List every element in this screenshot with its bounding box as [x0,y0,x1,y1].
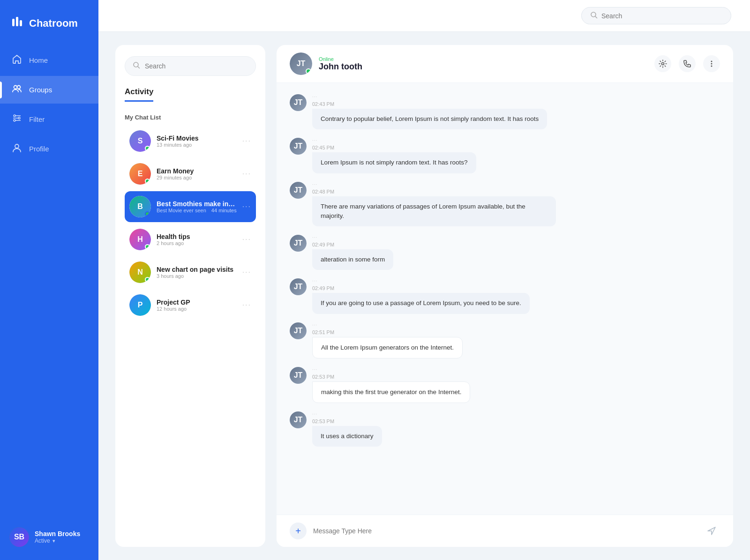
contact-status: Online [319,56,648,62]
svg-point-5 [14,115,15,117]
profile-icon [11,142,22,155]
sidebar-user-section[interactable]: SB Shawn Brooks Active ▾ [0,518,98,560]
message-group: JT ··· 02:51 PM All the Lorem Ipsum gene… [290,322,720,358]
sidebar-user-status: Active ▾ [35,538,80,544]
msg-dots: ··· [312,94,547,99]
chat-item-time: 13 minutes ago [157,142,237,148]
chat-contact-avatar: JT [290,52,312,75]
message-content: ··· 02:45 PM Lorem Ipsum is not simply r… [312,138,476,173]
chat-item-info-earnmoney: Earn Money 29 minutes ago [157,167,237,180]
msg-bubble: It uses a dictionary [312,426,382,447]
msg-avatar: JT [290,182,307,199]
online-indicator [145,179,150,184]
chat-item-name: Health tips [157,233,237,240]
msg-avatar: JT [290,411,307,428]
chat-item-bestsmothies[interactable]: B Best Smothies make in 10 mint Best Mov… [125,191,256,222]
chat-search-input[interactable] [145,62,248,70]
more-options-icon[interactable]: ··· [242,170,251,178]
msg-time: 02:53 PM [312,374,470,380]
chat-item-scifi[interactable]: S Sci-Fi Movies 13 minutes ago ··· [125,126,256,157]
more-options-icon[interactable]: ··· [242,268,251,276]
msg-avatar: JT [290,235,307,252]
sidebar-nav: Home Groups [0,46,98,518]
chat-item-healthtips[interactable]: H Health tips 2 hours ago ··· [125,224,256,255]
message-input[interactable] [313,527,697,535]
settings-button[interactable] [654,55,671,72]
chat-avatar-bestsmothies: B [129,196,151,217]
more-options-icon[interactable]: ··· [242,137,251,145]
sidebar-item-filter[interactable]: Filter [0,105,98,133]
svg-point-16 [662,63,664,65]
msg-time: 02:43 PM [312,101,547,107]
chat-search-box[interactable] [125,56,256,76]
phone-button[interactable] [679,55,696,72]
message-group: JT ··· 02:45 PM Lorem Ipsum is not simpl… [290,138,720,173]
send-button[interactable] [703,523,720,539]
sidebar-logo: Chatroom [0,0,98,46]
chat-search-icon [133,61,140,71]
chat-item-time: 29 minutes ago [157,175,237,180]
msg-avatar: JT [290,138,307,155]
chat-avatar-scifi: S [129,130,151,152]
sidebar-item-profile[interactable]: Profile [0,135,98,163]
message-content: ··· 02:53 PM making this the first true … [312,367,470,403]
chat-item-time: 3 hours ago [157,273,237,279]
chat-item-earnmoney[interactable]: E Earn Money 29 minutes ago ··· [125,158,256,189]
msg-bubble: alteration in some form [312,249,393,270]
sidebar-user-name: Shawn Brooks [35,530,80,538]
chat-item-info-projectgp: Project GP 12 hours ago [157,299,237,312]
chat-item-projectgp[interactable]: P Project GP 12 hours ago ··· [125,290,256,321]
chat-item-time: 44 minutes [211,208,237,213]
more-options-icon[interactable]: ··· [242,202,251,211]
chat-item-name: Project GP [157,299,237,306]
msg-bubble: Contrary to popular belief, Lorem Ipsum … [312,109,547,129]
more-options-button[interactable] [703,55,720,72]
activity-title: Activity [125,87,153,102]
message-group: JT ··· 02:49 PM alteration in some form [290,235,720,270]
sidebar-item-home[interactable]: Home [0,46,98,74]
msg-dots: ··· [312,367,470,372]
chat-header: JT Online John tooth [277,45,733,83]
message-content: ··· 02:49 PM alteration in some form [312,235,393,270]
message-content: ··· 02:49 PM If you are going to use a p… [312,278,530,314]
msg-dots: ··· [312,411,382,417]
contact-online-dot [306,68,311,74]
online-indicator [145,146,150,151]
logo-icon [11,15,24,31]
msg-bubble: There are many variations of passages of… [312,196,556,227]
svg-line-13 [595,16,597,18]
svg-point-19 [711,66,712,67]
msg-dots: ··· [312,322,463,328]
chat-messages-area: JT ··· 02:43 PM Contrary to popular beli… [277,83,733,515]
msg-bubble: All the Lorem Ipsum generators on the In… [312,337,463,358]
header-search-input[interactable] [601,12,722,20]
chat-item-info-healthtips: Health tips 2 hours ago [157,233,237,246]
sidebar-item-groups[interactable]: Groups [0,76,98,104]
message-group: JT ··· 02:48 PM There are many variation… [290,182,720,227]
more-options-icon[interactable]: ··· [242,235,251,244]
header-search-box[interactable] [581,7,731,24]
chat-item-time: 12 hours ago [157,306,237,312]
sidebar: Chatroom Home Groups [0,0,98,560]
msg-time: 02:49 PM [312,242,393,247]
top-header [98,0,750,32]
svg-line-15 [138,67,140,68]
message-content: ··· 02:43 PM Contrary to popular belief,… [312,94,547,129]
groups-icon [11,83,22,96]
panels-area: Activity My Chat List S Sci-Fi Movies 13… [98,32,750,560]
msg-time: 02:49 PM [312,285,530,291]
chat-item-newchart[interactable]: N New chart on page visits 3 hours ago ·… [125,257,256,288]
msg-time: 02:48 PM [312,189,556,194]
svg-point-17 [711,61,712,62]
chat-item-name: Sci-Fi Movies [157,134,237,142]
online-indicator [145,211,150,217]
msg-bubble: making this the first true generator on … [312,381,470,403]
more-options-icon[interactable]: ··· [242,301,251,309]
sidebar-title: Chatroom [29,17,78,30]
user-avatar-image: SB [9,527,29,547]
chat-item-name: Earn Money [157,167,237,175]
msg-dots: ··· [312,278,530,284]
add-attachment-button[interactable]: + [290,523,307,539]
msg-time: 02:45 PM [312,145,476,150]
svg-rect-1 [16,17,18,26]
